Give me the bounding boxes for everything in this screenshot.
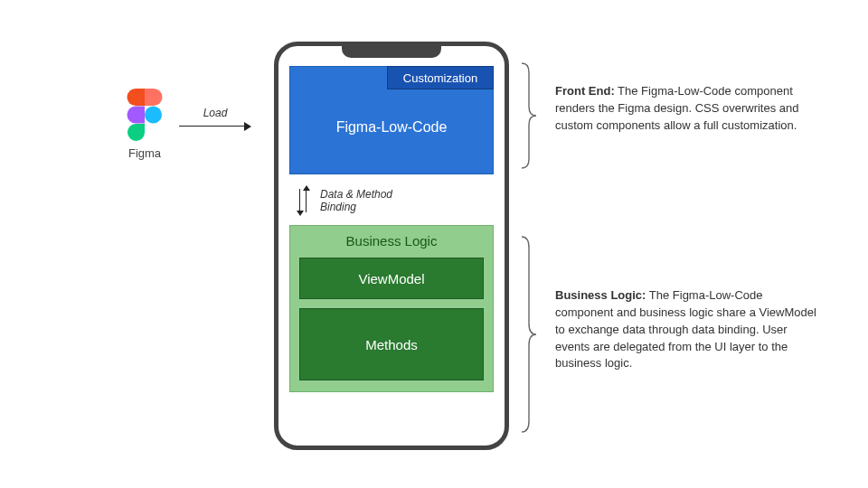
- load-label: Load: [203, 107, 228, 119]
- phone-screen: Customization Figma-Low-Code Data & Meth…: [289, 66, 494, 435]
- bidirectional-arrows-icon: [295, 185, 311, 216]
- bl-desc-title: Business Logic:: [555, 288, 646, 302]
- phone-notch: [342, 45, 441, 58]
- frontend-description: Front End: The Figma-Low-Code component …: [555, 83, 817, 135]
- brace-business-logic-icon: [520, 235, 538, 434]
- figma-label: Figma: [128, 146, 161, 160]
- figma-icon: [127, 89, 163, 141]
- load-arrow: Load: [179, 107, 251, 132]
- binding-block: Data & Method Binding: [295, 185, 494, 216]
- viewmodel-box: ViewModel: [299, 258, 484, 299]
- figma-logo-block: Figma: [118, 89, 172, 160]
- frontend-label: Figma-Low-Code: [290, 119, 493, 136]
- brace-frontend-icon: [520, 61, 538, 170]
- business-logic-title: Business Logic: [299, 233, 484, 249]
- binding-label: Data & Method Binding: [320, 188, 392, 214]
- methods-box: Methods: [299, 308, 484, 380]
- arrow-right-icon: [179, 121, 251, 132]
- frontend-desc-title: Front End:: [555, 84, 615, 98]
- frontend-box: Customization Figma-Low-Code: [289, 66, 494, 174]
- svg-point-0: [145, 107, 162, 124]
- customization-tab: Customization: [387, 66, 494, 89]
- business-logic-description: Business Logic: The Figma-Low-Code compo…: [555, 287, 817, 372]
- phone-mockup: Customization Figma-Low-Code Data & Meth…: [274, 42, 509, 450]
- business-logic-box: Business Logic ViewModel Methods: [289, 225, 494, 392]
